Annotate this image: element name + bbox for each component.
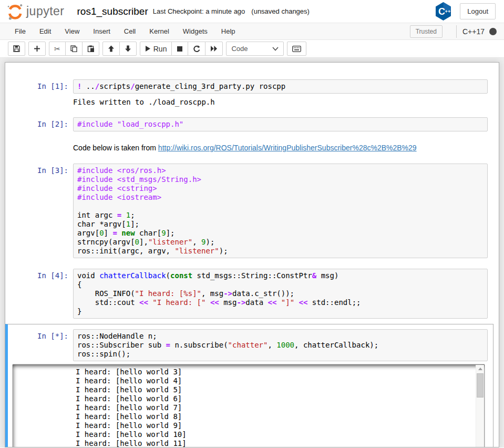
code-token: "listener": [148, 238, 192, 246]
copy-cell-button[interactable]: [65, 42, 83, 56]
markdown-cell[interactable]: Code below is taken from http://wiki.ros…: [5, 137, 493, 158]
code-editor[interactable]: #include <ros/ros.h> #include <std_msgs/…: [73, 164, 488, 258]
code-editor[interactable]: ! ../scripts/generate_cling_3rd_party.py…: [73, 79, 488, 94]
chevron-down-icon: [272, 47, 279, 51]
code-token: ros::spin();: [77, 350, 130, 358]
code-token: , chatterCallback);: [294, 341, 378, 349]
code-token: ;: [130, 211, 135, 219]
code-content: #include "load_roscpp.h": [77, 120, 485, 129]
code-token: ->: [223, 289, 232, 298]
trusted-badge[interactable]: Trusted: [410, 25, 443, 38]
save-button[interactable]: [8, 42, 25, 56]
code-content: void chatterCallback(const std_msgs::Str…: [77, 271, 485, 316]
run-cell-button[interactable]: Run: [140, 42, 172, 56]
code-token: "listener": [174, 247, 219, 255]
cell-output-text: Files written to ./load_roscpp.h: [73, 98, 215, 107]
output-scrollbar[interactable]: [476, 365, 484, 447]
cell-input-prompt: In [2]:: [8, 117, 73, 131]
cell-input-row: In [*]:ros::NodeHandle n; ros::Subscribe…: [8, 329, 493, 361]
move-up-icon: [108, 45, 115, 52]
move-cell-down-button[interactable]: [119, 42, 137, 56]
kernel-name: C++17: [462, 27, 485, 36]
code-cell[interactable]: In [4]:void chatterCallback(const std_ms…: [5, 263, 493, 324]
menu-widgets[interactable]: Widgets: [176, 23, 214, 39]
add-cell-icon: [34, 45, 40, 52]
code-token: #include <cstring>: [77, 184, 157, 192]
copy-icon: [70, 45, 77, 52]
unsaved-changes-status: (unsaved changes): [251, 7, 310, 15]
kernel-busy-indicator-icon: [489, 28, 497, 35]
notebook-title[interactable]: ros1_subscriber: [77, 6, 148, 17]
code-token: /: [130, 82, 135, 90]
code-token: strncpy(argv[: [77, 238, 135, 246]
code-cell[interactable]: In [*]:ros::NodeHandle n; ros::Subscribe…: [5, 324, 493, 447]
code-editor[interactable]: #include "load_roscpp.h": [73, 117, 488, 131]
code-token: data.c_str());: [232, 289, 294, 298]
toolbar: ✂: [0, 40, 504, 58]
code-token: );: [219, 247, 228, 255]
scrollbar-thumb[interactable]: [477, 373, 484, 398]
code-token: );: [205, 238, 214, 246]
restart-kernel-button[interactable]: [188, 42, 205, 56]
code-token: /: [95, 82, 99, 90]
restart-run-all-button[interactable]: [205, 42, 223, 56]
code-token: ros::NodeHandle n;: [77, 332, 157, 340]
code-content: #include <ros/ros.h> #include <std_msgs/…: [77, 166, 485, 256]
code-token: msg: [219, 298, 237, 307]
code-token: msg): [316, 271, 338, 280]
code-token: #include <std_msgs/String.h>: [77, 175, 201, 184]
code-token: [205, 298, 210, 307]
code-editor[interactable]: ros::NodeHandle n; ros::Subscriber sub =…: [73, 329, 488, 361]
code-token: "]": [281, 298, 294, 307]
cell-input-row: In [4]:void chatterCallback(const std_ms…: [8, 269, 493, 319]
svg-text:+: +: [445, 9, 448, 14]
scrollbar-up-arrow[interactable]: [476, 365, 484, 373]
menu-kernel[interactable]: Kernel: [142, 23, 176, 39]
code-token: void: [77, 271, 99, 280]
menu-insert[interactable]: Insert: [86, 23, 117, 39]
jupyter-logo-icon: [5, 2, 24, 21]
paste-cell-button[interactable]: [82, 42, 99, 56]
code-token: 0: [99, 229, 104, 237]
code-editor[interactable]: void chatterCallback(const std_msgs::Str…: [73, 269, 488, 319]
menu-edit[interactable]: Edit: [33, 23, 58, 39]
output-scroll-area[interactable]: I heard: [hello world 3] I heard: [hello…: [12, 364, 485, 447]
code-token: n.subscribe(: [170, 341, 228, 349]
move-cell-up-button[interactable]: [102, 42, 120, 56]
code-token: ROS_INFO(: [77, 289, 135, 298]
menubar: File Edit View Insert Cell Kernel Widget…: [0, 23, 504, 40]
interrupt-kernel-button[interactable]: [171, 42, 188, 56]
code-token: ros::init(argc, argv,: [77, 247, 174, 255]
code-cell[interactable]: In [2]:#include "load_roscpp.h": [5, 112, 493, 137]
menu-view[interactable]: View: [58, 23, 86, 39]
checkpoint-status: Last Checkpoint: a minute ago: [153, 7, 245, 15]
code-cell[interactable]: In [3]:#include <ros/ros.h> #include <st…: [5, 158, 493, 263]
code-token: ];: [166, 229, 175, 237]
cell-input-row: In [3]:#include <ros/ros.h> #include <st…: [8, 164, 493, 258]
cut-cell-button[interactable]: ✂: [49, 42, 66, 56]
code-token: 9: [161, 229, 166, 237]
code-token: <<: [268, 298, 277, 307]
cell-type-dropdown[interactable]: Code: [226, 42, 284, 56]
cpp-kernel-logo-icon: C + +: [435, 2, 451, 21]
cell-input-prompt: In [3]:: [8, 164, 73, 258]
add-cell-button[interactable]: [28, 42, 46, 56]
code-token: ->: [236, 298, 245, 307]
menu-cell[interactable]: Cell: [117, 23, 142, 39]
cut-icon: ✂: [54, 45, 60, 53]
code-cell[interactable]: In [1]:! ../scripts/generate_cling_3rd_p…: [5, 74, 493, 112]
markdown-row: Code below is taken from http://wiki.ros…: [8, 142, 493, 153]
jupyter-logo[interactable]: jupyter: [5, 2, 65, 21]
restart-kernel-icon: [193, 45, 200, 53]
command-palette-button[interactable]: [287, 42, 306, 56]
menu-help[interactable]: Help: [214, 23, 242, 39]
code-token: #include <ros/ros.h>: [77, 166, 166, 175]
logout-button[interactable]: Logout: [460, 3, 496, 19]
code-token: data: [245, 298, 268, 307]
code-token: [276, 298, 281, 307]
menu-file[interactable]: File: [8, 23, 33, 39]
code-token: ros::Subscriber sub: [77, 341, 166, 349]
notebook-site: In [1]:! ../scripts/generate_cling_3rd_p…: [0, 58, 504, 447]
cell-list: In [1]:! ../scripts/generate_cling_3rd_p…: [5, 74, 499, 447]
markdown-link[interactable]: http://wiki.ros.org/ROS/Tutorials/Writin…: [158, 144, 417, 152]
